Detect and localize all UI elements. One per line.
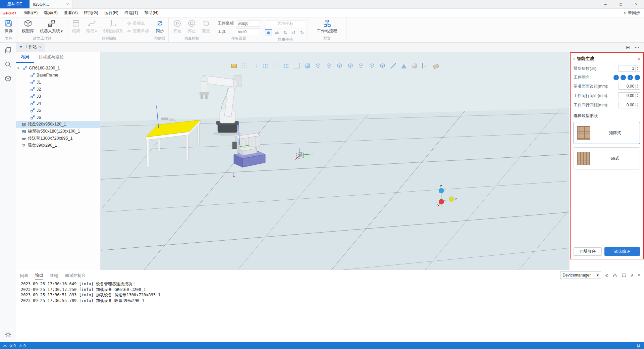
- free-move-x-icon[interactable]: ⇄: [273, 29, 280, 36]
- menu-view[interactable]: 查看(V): [61, 10, 81, 16]
- split-editor-icon[interactable]: ⊞: [626, 45, 630, 50]
- orient-down-icon[interactable]: ↓: [628, 75, 633, 80]
- menu-select[interactable]: 选择(S): [41, 10, 61, 16]
- workstation-tab-close-icon[interactable]: ×: [39, 45, 42, 50]
- menu-edit[interactable]: 编辑(E): [21, 10, 41, 16]
- tree-item-robot[interactable]: ▾ GR6160-3200_1: [16, 64, 100, 71]
- sim-reset-button[interactable]: 重置: [200, 18, 213, 35]
- device-channel-select[interactable]: Devicemanager ▾: [560, 271, 601, 279]
- files-icon[interactable]: [4, 47, 12, 54]
- warning-badge[interactable]: ⚠ 0: [19, 343, 26, 348]
- split-panel-icon[interactable]: [622, 273, 627, 278]
- sync-controller-button[interactable]: 同步: [153, 18, 166, 35]
- viewport-3d[interactable]: ↔: [101, 52, 569, 270]
- scene-canvas[interactable]: Z Y X: [101, 52, 569, 270]
- remote-icon[interactable]: ><: [3, 344, 6, 348]
- tree-item-j2[interactable]: J2: [16, 86, 100, 93]
- tree-item-j5[interactable]: J5: [16, 107, 100, 114]
- tree-item-j6[interactable]: J6: [16, 114, 100, 121]
- selection-frame-icon[interactable]: [294, 63, 300, 68]
- tree-item-j1[interactable]: J1: [16, 79, 100, 86]
- sphere-tool-icon[interactable]: [305, 63, 310, 68]
- robot-system-button[interactable]: 机器人系统▾: [38, 18, 65, 35]
- orient-right-icon[interactable]: →: [621, 75, 626, 80]
- workstation-flow-button[interactable]: 工作站流程: [315, 18, 339, 35]
- pallet-pattern-icon-4[interactable]: [273, 63, 279, 68]
- tree-item-pallet[interactable]: 托盘920x950x120_1: [16, 121, 100, 128]
- base-margin-stepper[interactable]: 0.00 ▲▼: [619, 83, 640, 90]
- orient-up-icon[interactable]: ↑: [613, 75, 619, 80]
- clear-output-icon[interactable]: ⊘: [605, 273, 608, 278]
- create-coordsys-button[interactable]: 创建坐标系: [101, 18, 125, 35]
- lock-scroll-icon[interactable]: [612, 273, 618, 278]
- document-tab[interactable]: 925GR... ×: [30, 0, 72, 8]
- spin-up-icon[interactable]: ▲: [637, 93, 639, 96]
- pallet-pattern-icon-1[interactable]: [242, 63, 248, 68]
- pattern-card-matrix[interactable]: 矩阵式: [574, 122, 640, 144]
- box-tool-icon-3[interactable]: [337, 63, 342, 68]
- view-target-button[interactable]: 查看目标: [127, 28, 149, 34]
- package-icon[interactable]: [231, 64, 237, 68]
- menu-help[interactable]: 帮助(H): [141, 10, 161, 16]
- box-tool-icon-7[interactable]: [380, 63, 385, 68]
- model-library-button[interactable]: 模型库: [19, 18, 36, 35]
- minimize-button[interactable]: –: [598, 0, 613, 8]
- path-button[interactable]: 路径▾: [84, 18, 99, 35]
- wobj-input[interactable]: [236, 20, 260, 27]
- palletize-order-button[interactable]: 码垛顺序: [574, 247, 602, 256]
- settings-gear-icon[interactable]: [4, 331, 12, 338]
- pallet-pattern-icon-5[interactable]: [284, 63, 289, 68]
- maximize-panel-icon[interactable]: ∧: [631, 273, 634, 278]
- output-log[interactable]: 2023-09-25 17:30:16.649 [info] 设备管理器连接成功…: [16, 280, 644, 342]
- device-box-icon[interactable]: [4, 75, 12, 82]
- tree-item-brick[interactable]: 梯形砖550x180(120)x100_1: [16, 128, 100, 135]
- tool-input[interactable]: [236, 29, 260, 35]
- close-panel-icon[interactable]: ×: [638, 273, 640, 278]
- tree-item-j3[interactable]: J3: [16, 93, 100, 100]
- tree-item-conveyor[interactable]: 传送带1300x720x895_1: [16, 135, 100, 142]
- world-coord-select[interactable]: 大地坐标: [266, 20, 305, 27]
- box-tool-icon-1[interactable]: [315, 63, 321, 68]
- tab-terminal[interactable]: 终端: [50, 271, 58, 280]
- cone-tool-icon[interactable]: [401, 64, 407, 68]
- menu-goto[interactable]: 转到(G): [81, 10, 101, 16]
- sim-start-button[interactable]: 开始: [171, 18, 184, 35]
- pattern-card-69[interactable]: 69式: [574, 147, 640, 169]
- spin-down-icon[interactable]: ▼: [637, 105, 639, 107]
- box-tool-icon-2[interactable]: [326, 63, 332, 68]
- free-rotate-cw-icon[interactable]: ↻: [299, 29, 306, 36]
- sync-status[interactable]: ↻ 未同步: [623, 10, 640, 16]
- tree-item-baseframe[interactable]: BaseFrame: [16, 71, 100, 79]
- eraser-tool-icon[interactable]: [433, 64, 439, 69]
- sim-stop-button[interactable]: 停止: [185, 18, 198, 35]
- tab-output[interactable]: 输出: [35, 270, 44, 280]
- spin-down-icon[interactable]: ▼: [637, 96, 639, 98]
- panel-close-icon[interactable]: ×: [638, 56, 640, 61]
- tree-item-j4[interactable]: J4: [16, 100, 100, 107]
- document-tab-close-icon[interactable]: ×: [66, 2, 69, 7]
- col-gap-stepper[interactable]: 0.00 ▲▼: [619, 102, 640, 108]
- tab-debug-console[interactable]: 调试控制台: [65, 271, 86, 280]
- app-tab[interactable]: 墨斗IDE: [0, 0, 30, 8]
- pallet-pattern-icon-3[interactable]: [263, 63, 268, 68]
- tab-layout[interactable]: 布局: [16, 52, 34, 63]
- spin-up-icon[interactable]: ▲: [637, 66, 639, 68]
- menu-terminal[interactable]: 终端(T): [121, 10, 141, 16]
- close-button[interactable]: ×: [629, 0, 644, 8]
- spin-up-icon[interactable]: ▲: [637, 84, 639, 86]
- measure-tool-icon[interactable]: ↔: [422, 63, 428, 68]
- maximize-button[interactable]: □: [613, 0, 629, 8]
- bell-icon[interactable]: [636, 343, 641, 348]
- free-move-y-icon[interactable]: ⇅: [282, 29, 289, 36]
- tab-problems[interactable]: 问题: [20, 271, 29, 280]
- more-actions-icon[interactable]: ⋯: [635, 45, 639, 50]
- box-tool-icon-6[interactable]: [369, 63, 375, 68]
- spin-down-icon[interactable]: ▼: [637, 68, 639, 71]
- workstation-tab[interactable]: ≡ 工作站 ×: [16, 43, 45, 52]
- orient-left-icon[interactable]: ←: [635, 75, 640, 80]
- sphere2-tool-icon[interactable]: [412, 63, 417, 68]
- spin-up-icon[interactable]: ▲: [637, 103, 639, 105]
- frame-button[interactable]: 框架: [69, 18, 83, 35]
- save-button[interactable]: 保存: [2, 18, 15, 35]
- back-icon[interactable]: ‹: [573, 56, 575, 61]
